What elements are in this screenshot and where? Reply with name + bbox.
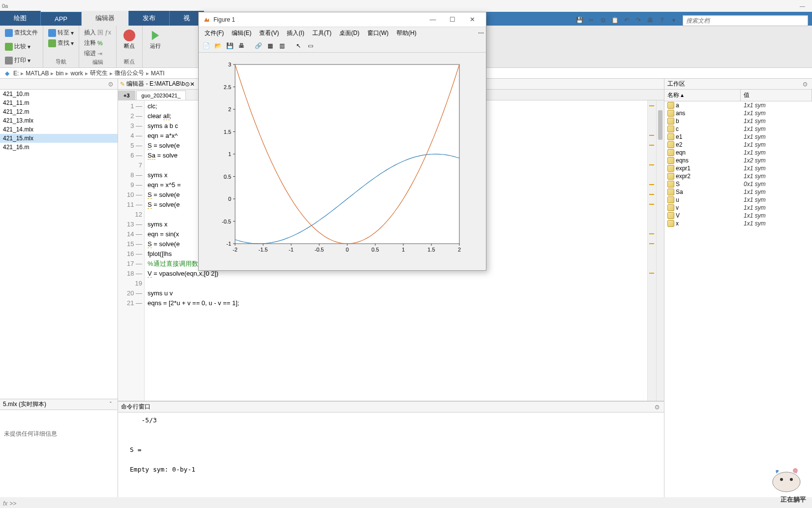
goto-button[interactable]: 转至 ▾ xyxy=(46,28,76,38)
file-item[interactable]: 421_16.m xyxy=(0,143,118,152)
workspace-row[interactable]: eqn1x1 sym xyxy=(664,149,812,157)
workspace-row[interactable]: S0x1 sym xyxy=(664,180,812,188)
file-item[interactable]: 421_14.mlx xyxy=(0,125,118,134)
cmd-menu-icon[interactable]: ⊙ xyxy=(653,403,661,411)
open-figure-icon[interactable]: 📂 xyxy=(212,40,223,51)
editor-tab-more[interactable]: +3 xyxy=(118,91,135,100)
workspace-row[interactable]: V1x1 sym xyxy=(664,212,812,220)
fig-close-button[interactable]: ✕ xyxy=(462,13,482,27)
comment-button[interactable]: 注释 % xyxy=(82,38,113,48)
workspace-row[interactable]: eqns1x2 sym xyxy=(664,157,812,164)
crumb-4[interactable]: 研究生 xyxy=(88,69,110,77)
find-icon xyxy=(5,29,13,37)
print-button[interactable]: 打印 ▾ xyxy=(3,55,40,65)
detail-collapse-icon[interactable]: ˇ xyxy=(107,401,115,409)
undo-icon[interactable]: ↶ xyxy=(621,15,632,26)
workspace-row[interactable]: Sa1x1 sym xyxy=(664,188,812,196)
file-item[interactable]: 421_13.mlx xyxy=(0,116,118,125)
cut-icon[interactable]: ✂ xyxy=(586,15,597,26)
workspace-row[interactable]: a1x1 sym xyxy=(664,101,812,109)
file-item[interactable]: 421_11.m xyxy=(0,98,118,107)
paste-icon[interactable]: 📋 xyxy=(609,15,620,26)
minimize-button[interactable]: — xyxy=(795,3,810,9)
indent-button[interactable]: 缩进 ⇥ xyxy=(82,48,113,59)
menu-desktop[interactable]: 桌面(D) xyxy=(335,28,363,39)
crumb-2[interactable]: bin xyxy=(54,70,65,77)
editor-menu-icon[interactable]: ⊙ xyxy=(185,81,190,88)
file-list[interactable]: 421_10.m 421_11.m 421_12.m 421_13.mlx 42… xyxy=(0,90,118,399)
command-prompt[interactable]: fx >> xyxy=(0,499,812,508)
crumb-5[interactable]: 微信公众号 xyxy=(113,69,146,77)
crumb-3[interactable]: work xyxy=(68,70,85,77)
workspace-row[interactable]: expr11x1 sym xyxy=(664,164,812,172)
workspace-row[interactable]: ans1x1 sym xyxy=(664,109,812,117)
workspace-row[interactable]: b1x1 sym xyxy=(664,117,812,125)
file-item[interactable]: 421_12.m xyxy=(0,107,118,116)
editor-scrollbar[interactable] xyxy=(656,100,664,401)
pointer-icon[interactable]: ↖ xyxy=(293,40,304,51)
crumb-6[interactable]: MATI xyxy=(149,70,167,77)
colorbar-icon[interactable]: ▥ xyxy=(276,40,287,51)
figure-titlebar[interactable]: Figure 1 — ☐ ✕ xyxy=(199,12,486,27)
workspace-row[interactable]: x1x1 sym xyxy=(664,220,812,227)
search-doc-box[interactable] xyxy=(683,15,808,26)
menu-more-icon[interactable]: ⋯ xyxy=(478,30,484,36)
workspace-row[interactable]: e11x1 sym xyxy=(664,133,812,141)
print-icon[interactable]: 🖶 xyxy=(645,15,656,26)
tab-app[interactable]: APP xyxy=(41,12,82,26)
menu-view[interactable]: 查看(V) xyxy=(255,28,283,39)
print-figure-icon[interactable]: 🖶 xyxy=(236,40,247,51)
qat-dropdown-icon[interactable]: ▾ xyxy=(668,15,679,26)
col-value[interactable]: 值 xyxy=(741,90,812,101)
menu-window[interactable]: 窗口(W) xyxy=(363,28,392,39)
save-figure-icon[interactable]: 💾 xyxy=(224,40,235,51)
file-item[interactable]: 421_15.mlx xyxy=(0,134,118,143)
menu-tools[interactable]: 工具(T) xyxy=(308,28,335,39)
workspace-row[interactable]: v1x1 sym xyxy=(664,204,812,212)
figure-canvas[interactable]: -2-1.5-1-0.500.511.52-1-0.500.511.522.53 xyxy=(199,53,486,270)
col-name[interactable]: 名称 ▴ xyxy=(664,90,741,101)
tab-plot[interactable]: 绘图 xyxy=(0,11,41,26)
find-button[interactable]: 查找 ▾ xyxy=(46,38,76,48)
editor-close-icon[interactable]: ✕ xyxy=(190,81,195,88)
fx-icon[interactable]: fx xyxy=(3,500,7,507)
edit-icon: ✎ xyxy=(120,81,125,88)
editor-tab-active[interactable]: guo_20230421_ xyxy=(136,91,186,100)
workspace-table[interactable]: a1x1 symans1x1 symb1x1 symc1x1 syme11x1 … xyxy=(664,101,812,497)
app-titlebar: 0a — xyxy=(0,0,812,12)
menu-file[interactable]: 文件(F) xyxy=(201,28,228,39)
workspace-row[interactable]: e21x1 sym xyxy=(664,141,812,149)
path-up-icon[interactable]: ◆ xyxy=(3,70,11,77)
crumb-1[interactable]: MATLAB xyxy=(24,70,51,77)
panel-menu-icon[interactable]: ⊙ xyxy=(107,80,115,88)
crumb-0[interactable]: E: xyxy=(11,70,21,77)
redo-icon[interactable]: ↷ xyxy=(633,15,644,26)
workspace-row[interactable]: c1x1 sym xyxy=(664,125,812,133)
workspace-row[interactable]: expr21x1 sym xyxy=(664,172,812,180)
figure-window[interactable]: Figure 1 — ☐ ✕ 文件(F) 编辑(E) 查看(V) 插入(I) 工… xyxy=(198,12,486,271)
menu-insert[interactable]: 插入(I) xyxy=(283,28,308,39)
search-input[interactable] xyxy=(683,15,808,26)
insert-button[interactable]: 插入 国 ƒx xyxy=(82,28,113,38)
compare-button[interactable]: 比较 ▾ xyxy=(3,41,40,52)
fig-maximize-button[interactable]: ☐ xyxy=(443,13,462,27)
brush-icon[interactable]: ▦ xyxy=(265,40,275,51)
breakpoint-button[interactable]: 断点 xyxy=(120,28,139,52)
file-item[interactable]: 421_10.m xyxy=(0,90,118,98)
save-icon[interactable]: 💾 xyxy=(574,15,585,26)
tab-editor[interactable]: 编辑器 xyxy=(82,11,129,26)
link-icon[interactable]: 🔗 xyxy=(253,40,264,51)
ws-menu-icon[interactable]: ⊙ xyxy=(801,80,809,88)
run-button[interactable]: 运行 xyxy=(146,28,165,52)
tab-publish[interactable]: 发布 xyxy=(129,11,170,26)
workspace-row[interactable]: u1x1 sym xyxy=(664,196,812,204)
menu-help[interactable]: 帮助(H) xyxy=(392,28,421,39)
command-output[interactable]: -5/3 S = Empty sym: 0-by-1 xyxy=(118,413,664,497)
help-icon[interactable]: ? xyxy=(657,15,667,26)
datatip-icon[interactable]: ▭ xyxy=(305,40,316,51)
new-figure-icon[interactable]: 📄 xyxy=(201,40,211,51)
find-files-button[interactable]: 查找文件 xyxy=(3,28,40,38)
menu-edit[interactable]: 编辑(E) xyxy=(228,28,255,39)
fig-minimize-button[interactable]: — xyxy=(423,13,443,27)
copy-icon[interactable]: ⧉ xyxy=(598,15,608,26)
